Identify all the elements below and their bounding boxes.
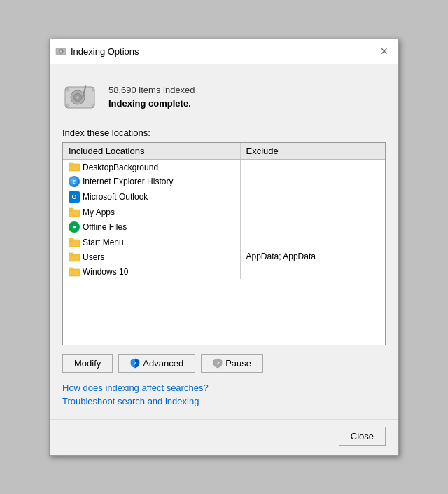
table-row[interactable]: UsersAppData; AppData [63, 249, 385, 264]
advanced-shield-icon: ✓ [130, 358, 140, 369]
svg-rect-14 [69, 163, 74, 165]
exclude-cell [240, 235, 385, 249]
folder-icon [69, 238, 80, 247]
svg-point-12 [92, 104, 94, 107]
footer-row: Close [50, 419, 398, 455]
svg-text:✓: ✓ [216, 361, 220, 366]
svg-point-2 [60, 50, 62, 52]
svg-point-10 [92, 88, 94, 91]
title-text: Indexing Options [71, 46, 139, 57]
locations-label: Index these locations: [62, 128, 386, 138]
locations-table-container[interactable]: Included Locations Exclude DesktopBackgr… [62, 142, 386, 345]
table-header-row: Included Locations Exclude [63, 143, 385, 160]
table-row[interactable]: DesktopBackground [63, 159, 385, 174]
status-area: 58,690 items indexed Indexing complete. [62, 76, 386, 118]
table-row[interactable]: eInternet Explorer History [63, 174, 385, 189]
location-name: Offline Files [83, 222, 127, 232]
location-name: Start Menu [83, 238, 124, 247]
included-cell: DesktopBackground [63, 159, 240, 174]
hdd-svg-icon [62, 78, 99, 115]
svg-point-11 [66, 104, 69, 107]
included-cell: Windows 10 [63, 264, 240, 279]
col-included-header: Included Locations [63, 143, 240, 160]
exclude-cell [240, 159, 385, 174]
links-row: How does indexing affect searches? Troub… [62, 383, 386, 406]
included-cell: OMicrosoft Outlook [63, 189, 240, 205]
included-cell: ●Offline Files [63, 219, 240, 235]
svg-point-7 [76, 96, 79, 99]
svg-rect-20 [69, 253, 74, 256]
hdd-status-icon [62, 78, 99, 115]
exclude-cell [240, 205, 385, 219]
close-button[interactable]: Close [339, 427, 386, 446]
title-bar-left: Indexing Options [55, 46, 139, 57]
close-title-button[interactable]: ✕ [376, 43, 393, 60]
folder-icon [69, 267, 80, 277]
table-row[interactable]: OMicrosoft Outlook [63, 189, 385, 205]
table-wrapper: Included Locations Exclude DesktopBackgr… [62, 142, 386, 345]
included-cell: Users [63, 249, 240, 264]
offline-icon: ● [69, 221, 80, 233]
table-row[interactable]: Windows 10 [63, 264, 385, 279]
advanced-label: Advanced [143, 358, 183, 369]
exclude-cell [240, 264, 385, 279]
table-row[interactable]: ●Offline Files [63, 219, 385, 235]
exclude-cell [240, 219, 385, 235]
outlook-icon: O [69, 191, 80, 203]
exclude-cell [240, 174, 385, 189]
included-cell: My Apps [63, 205, 240, 219]
table-body: DesktopBackgroundeInternet Explorer Hist… [63, 159, 385, 279]
location-name: DesktopBackground [83, 162, 158, 172]
svg-point-9 [66, 88, 69, 91]
indexing-status: Indexing complete. [108, 98, 195, 109]
link-indexing-searches[interactable]: How does indexing affect searches? [62, 383, 386, 393]
location-name: My Apps [83, 207, 115, 217]
window-title-icon [55, 46, 66, 57]
exclude-cell [240, 189, 385, 205]
included-cell: eInternet Explorer History [63, 174, 240, 189]
col-exclude-header: Exclude [240, 143, 385, 160]
pause-label: Pause [225, 358, 251, 369]
advanced-button[interactable]: ✓ Advanced [118, 354, 195, 373]
locations-table: Included Locations Exclude DesktopBackgr… [63, 143, 385, 279]
modify-button[interactable]: Modify [62, 354, 113, 373]
pause-shield-icon: ✓ [213, 358, 223, 369]
folder-icon [69, 252, 80, 262]
buttons-row: Modify ✓ Advanced ✓ Pause [62, 354, 386, 373]
included-cell: Start Menu [63, 235, 240, 249]
ie-icon: e [69, 176, 80, 187]
location-name: Internet Explorer History [83, 177, 173, 186]
link-troubleshoot[interactable]: Troubleshoot search and indexing [62, 396, 386, 406]
items-count: 58,690 items indexed [108, 85, 195, 95]
main-content: 58,690 items indexed Indexing complete. … [50, 64, 398, 418]
folder-icon [69, 162, 80, 172]
svg-rect-18 [69, 238, 74, 241]
svg-rect-16 [69, 208, 74, 211]
svg-text:✓: ✓ [133, 361, 137, 366]
table-row[interactable]: Start Menu [63, 235, 385, 249]
folder-icon [69, 207, 80, 217]
status-text-block: 58,690 items indexed Indexing complete. [108, 85, 195, 109]
location-name: Users [83, 252, 104, 262]
location-name: Microsoft Outlook [83, 192, 148, 202]
table-row[interactable]: My Apps [63, 205, 385, 219]
location-name: Windows 10 [83, 267, 128, 277]
svg-rect-22 [69, 268, 74, 270]
title-bar: Indexing Options ✕ [50, 39, 398, 64]
pause-button[interactable]: ✓ Pause [201, 354, 263, 373]
indexing-options-window: Indexing Options ✕ [49, 39, 399, 456]
exclude-cell: AppData; AppData [240, 249, 385, 264]
